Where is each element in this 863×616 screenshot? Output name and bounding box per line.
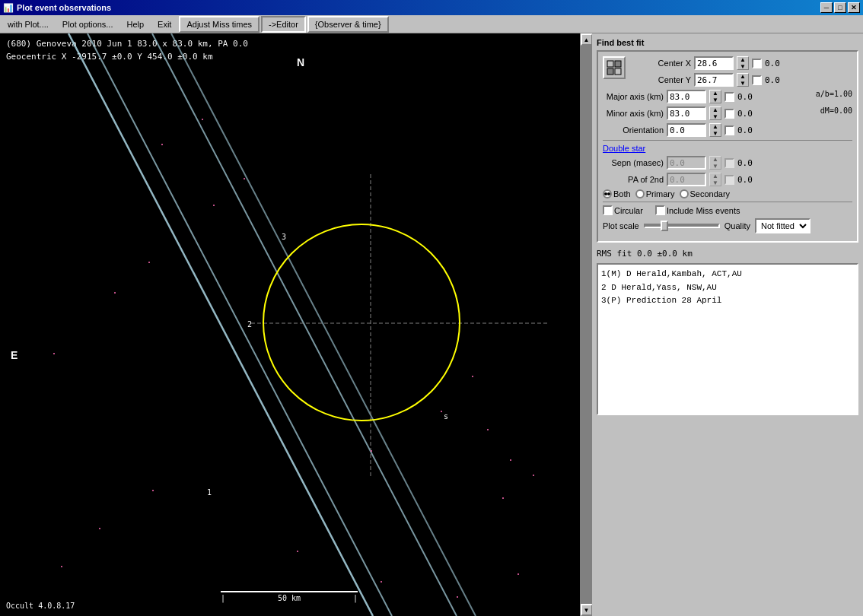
menu-exit[interactable]: Exit [151, 16, 177, 33]
scroll-down-button[interactable]: ▼ [581, 604, 593, 616]
pa-input[interactable] [667, 173, 706, 186]
sepn-spinner: ▲▼ [709, 156, 721, 170]
menu-bar: with Plot.... Plot options... Help Exit … [0, 15, 863, 33]
minor-axis-checkbox[interactable] [724, 109, 734, 119]
radio-both[interactable]: Both [603, 189, 631, 198]
orientation-spinner[interactable]: ▲▼ [709, 123, 721, 137]
star-dot [517, 573, 519, 575]
observer-row-1[interactable]: 1(M) D Herald,Kambah, ACT,AU [601, 268, 854, 281]
ab-ratio: a/b=1.00 [816, 90, 852, 98]
pa-checkbox [724, 175, 734, 185]
star-dot [244, 178, 245, 179]
major-axis-checkbox[interactable] [724, 92, 734, 102]
star-dot [202, 119, 203, 120]
menu-with-plot[interactable]: with Plot.... [2, 16, 55, 33]
scroll-up-button[interactable]: ▲ [581, 33, 593, 46]
svg-rect-8 [607, 68, 613, 75]
obs-label-s: s [444, 412, 448, 421]
asteroid-circle [263, 224, 460, 421]
major-axis-label: Major axis (km) [603, 92, 664, 101]
menu-adjust-miss[interactable]: Adjust Miss times [179, 16, 260, 33]
menu-plot-options[interactable]: Plot options... [56, 16, 119, 33]
title-bar: 📊 Plot event observations ─ □ ✕ [0, 0, 863, 15]
sepn-fixed: 0.0 [737, 158, 764, 168]
center-y-row: Center Y ▲▼ 0.0 [630, 73, 852, 87]
observer-row-3[interactable]: 3(P) Prediction 28 April [601, 294, 854, 308]
plot-scale-label: Plot scale [603, 221, 639, 230]
svg-rect-9 [615, 68, 621, 75]
star-dot [213, 205, 215, 206]
star-dot [114, 292, 116, 294]
radio-primary[interactable]: Primary [635, 189, 675, 198]
version-label: Occult 4.0.8.17 [6, 602, 75, 610]
slider-thumb[interactable] [661, 221, 668, 231]
center-y-checkbox[interactable] [752, 75, 762, 85]
star-dot [510, 459, 511, 461]
pa-label: PA of 2nd [603, 175, 664, 184]
center-x-label: Center X [630, 59, 691, 68]
star-dot [502, 497, 504, 499]
minor-axis-fixed: 0.0 [737, 109, 764, 119]
plot-scale-slider[interactable] [644, 224, 720, 228]
minor-axis-spinner[interactable]: ▲▼ [709, 106, 721, 120]
double-star-link[interactable]: Double star [603, 144, 852, 153]
center-y-fixed: 0.0 [765, 75, 791, 85]
star-dot [381, 581, 382, 583]
obs-label-1: 1 [207, 488, 212, 497]
minimize-button[interactable]: ─ [820, 2, 833, 13]
separator-2 [603, 202, 852, 202]
center-y-input[interactable] [694, 73, 734, 87]
star-dot [472, 376, 473, 377]
right-panel: Find best fit Center X [592, 33, 863, 616]
center-y-spinner[interactable]: ▲▼ [737, 73, 749, 87]
major-axis-spinner[interactable]: ▲▼ [709, 90, 721, 103]
svg-rect-6 [607, 61, 613, 67]
radio-secondary-label: Secondary [690, 189, 731, 198]
fit-icon-button[interactable] [603, 56, 626, 79]
sepn-checkbox [724, 158, 734, 168]
star-dot [533, 475, 534, 476]
center-x-row: Center X ▲▼ 0.0 [630, 56, 852, 70]
major-axis-fixed: 0.0 [737, 92, 764, 102]
obs-label-2: 2 [247, 320, 252, 329]
pa-spinner: ▲▼ [709, 173, 721, 186]
plot-scrollbar[interactable]: ▲ ▼ [580, 33, 592, 616]
star-dot [161, 144, 163, 145]
star-dot [297, 551, 298, 552]
minor-axis-input[interactable] [667, 106, 706, 120]
star-dot [487, 429, 489, 430]
star-dot [53, 353, 55, 354]
major-axis-input[interactable] [667, 90, 706, 103]
center-x-input[interactable] [694, 56, 734, 70]
radio-secondary-indicator [680, 189, 689, 198]
menu-editor[interactable]: ->Editor [261, 16, 306, 33]
orientation-checkbox[interactable] [724, 125, 734, 135]
center-x-checkbox[interactable] [752, 59, 762, 68]
scale-bar: | 50 km | [221, 591, 358, 602]
center-x-spinner[interactable]: ▲▼ [737, 56, 749, 70]
sepn-input[interactable] [667, 156, 706, 170]
observer-list[interactable]: 1(M) D Herald,Kambah, ACT,AU 2 D Herald,… [597, 263, 858, 415]
star-dot [99, 528, 100, 529]
star-dot [457, 596, 458, 598]
close-button[interactable]: ✕ [848, 2, 860, 13]
observer-row-2[interactable]: 2 D Herald,Yass, NSW,AU [601, 281, 854, 295]
menu-help[interactable]: Help [120, 16, 150, 33]
menu-observer-time[interactable]: {Observer & time} [307, 16, 389, 33]
scale-label: 50 km [278, 594, 301, 602]
svg-rect-7 [615, 61, 621, 67]
circular-checkbox[interactable] [603, 205, 613, 215]
title-icon: 📊 [3, 3, 14, 13]
orientation-fixed: 0.0 [737, 125, 764, 135]
orientation-row: Orientation ▲▼ 0.0 [603, 123, 852, 137]
include-miss-label: Include Miss events [667, 206, 740, 215]
orientation-input[interactable] [667, 123, 706, 137]
radio-group: Both Primary Secondary [603, 189, 852, 198]
maximize-button[interactable]: □ [834, 2, 846, 13]
radio-secondary[interactable]: Secondary [680, 189, 731, 198]
major-axis-row: Major axis (km) ▲▼ 0.0 a/b=1.00 [603, 90, 852, 103]
pa-row: PA of 2nd ▲▼ 0.0 [603, 173, 852, 186]
plot-scale-row: Plot scale Quality Not fitted Good Fair … [603, 218, 852, 233]
include-miss-checkbox[interactable] [655, 205, 665, 215]
quality-select[interactable]: Not fitted Good Fair Poor [755, 218, 810, 233]
